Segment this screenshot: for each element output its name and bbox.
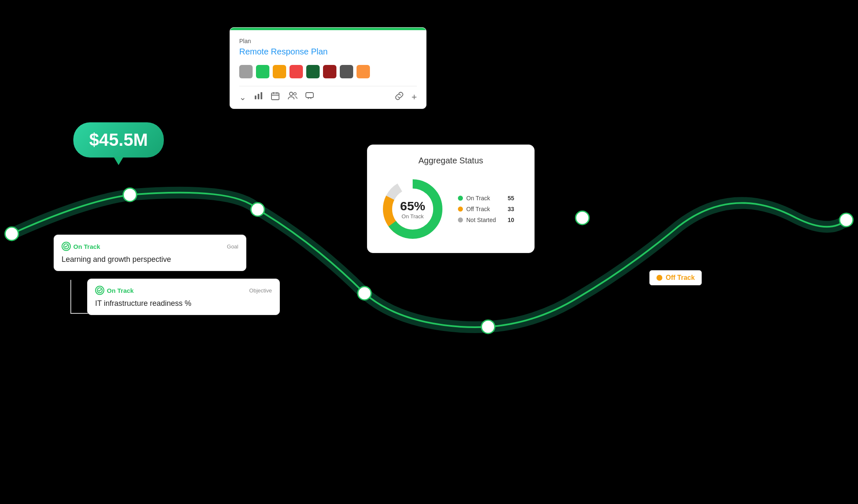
legend-item-on-track: On Track 55 bbox=[458, 195, 514, 202]
color-dark-gray[interactable] bbox=[340, 65, 353, 78]
legend: On Track 55 Off Track 33 Not Started 10 bbox=[458, 195, 514, 223]
svg-rect-10 bbox=[271, 93, 279, 100]
goal-status-badge: On Track bbox=[62, 242, 100, 251]
plan-card-toolbar: ⌄ bbox=[239, 86, 417, 103]
color-red[interactable] bbox=[289, 65, 303, 78]
goal-card: On Track Goal Learning and growth perspe… bbox=[54, 235, 246, 271]
objective-card: On Track Objective IT infrastructure rea… bbox=[87, 279, 280, 315]
svg-point-6 bbox=[840, 213, 853, 227]
off-track-label: Off Track bbox=[666, 274, 695, 282]
svg-rect-16 bbox=[306, 93, 313, 98]
on-track-icon bbox=[62, 242, 71, 251]
connector-vertical-line bbox=[70, 280, 71, 313]
svg-point-15 bbox=[294, 93, 296, 95]
budget-pill: $45.5M bbox=[73, 122, 164, 158]
donut-sublabel: On Track bbox=[400, 213, 425, 220]
legend-item-not-started: Not Started 10 bbox=[458, 217, 514, 223]
svg-point-5 bbox=[576, 211, 589, 225]
objective-status-badge: On Track bbox=[95, 286, 134, 295]
color-dark-red[interactable] bbox=[323, 65, 336, 78]
legend-count-on-track: 55 bbox=[499, 195, 514, 202]
donut-center: 65% On Track bbox=[400, 199, 425, 220]
connector-horizontal-line bbox=[70, 313, 88, 314]
chat-icon[interactable] bbox=[305, 91, 314, 103]
svg-point-0 bbox=[5, 227, 18, 240]
objective-title: IT infrastructure readiness % bbox=[95, 299, 272, 308]
objective-status-text: On Track bbox=[107, 287, 134, 294]
svg-point-4 bbox=[481, 320, 495, 333]
legend-dot-on-track bbox=[458, 196, 463, 201]
budget-bubble: $45.5M bbox=[73, 122, 164, 158]
aggregate-card: Aggregate Status 65% On Track On Track 5… bbox=[367, 145, 535, 253]
aggregate-content: 65% On Track On Track 55 Off Track 33 No… bbox=[379, 176, 522, 243]
legend-label-off-track: Off Track bbox=[466, 206, 490, 212]
plus-icon[interactable]: + bbox=[411, 92, 417, 103]
chevron-icon[interactable]: ⌄ bbox=[239, 92, 246, 102]
svg-point-14 bbox=[289, 92, 293, 96]
svg-point-1 bbox=[123, 188, 137, 202]
budget-value: $45.5M bbox=[89, 130, 148, 150]
off-track-dot-icon bbox=[656, 275, 662, 281]
svg-point-3 bbox=[358, 287, 371, 300]
donut-percentage: 65% bbox=[400, 199, 425, 213]
color-orange[interactable] bbox=[357, 65, 370, 78]
objective-type-label: Objective bbox=[249, 287, 272, 294]
color-green[interactable] bbox=[256, 65, 269, 78]
plan-card-title[interactable]: Remote Response Plan bbox=[239, 47, 417, 57]
plan-card: Plan Remote Response Plan ⌄ bbox=[230, 27, 426, 109]
svg-rect-8 bbox=[258, 94, 259, 99]
chart-icon[interactable] bbox=[254, 91, 263, 103]
link-icon[interactable] bbox=[395, 91, 404, 103]
legend-dot-not-started bbox=[458, 217, 463, 222]
legend-label-on-track: On Track bbox=[466, 195, 490, 202]
off-track-floating-badge: Off Track bbox=[649, 270, 702, 285]
donut-chart: 65% On Track bbox=[379, 176, 446, 243]
goal-card-header: On Track Goal bbox=[62, 242, 238, 251]
plan-card-colors bbox=[239, 65, 417, 78]
color-yellow[interactable] bbox=[273, 65, 286, 78]
calendar-icon[interactable] bbox=[271, 91, 280, 103]
aggregate-title: Aggregate Status bbox=[379, 156, 522, 165]
goal-status-text: On Track bbox=[73, 243, 100, 250]
goal-title: Learning and growth perspective bbox=[62, 255, 238, 264]
people-icon[interactable] bbox=[287, 91, 297, 103]
svg-point-2 bbox=[251, 203, 264, 216]
legend-count-off-track: 33 bbox=[499, 206, 514, 212]
color-gray[interactable] bbox=[239, 65, 253, 78]
objective-card-header: On Track Objective bbox=[95, 286, 272, 295]
goal-type-label: Goal bbox=[227, 243, 238, 250]
svg-rect-9 bbox=[261, 92, 262, 99]
color-dark-green[interactable] bbox=[306, 65, 320, 78]
objective-on-track-icon bbox=[95, 286, 104, 295]
legend-dot-off-track bbox=[458, 207, 463, 212]
legend-count-not-started: 10 bbox=[499, 217, 514, 223]
plan-card-label: Plan bbox=[239, 38, 417, 44]
legend-item-off-track: Off Track 33 bbox=[458, 206, 514, 212]
svg-rect-7 bbox=[255, 96, 256, 99]
legend-label-not-started: Not Started bbox=[466, 217, 496, 223]
